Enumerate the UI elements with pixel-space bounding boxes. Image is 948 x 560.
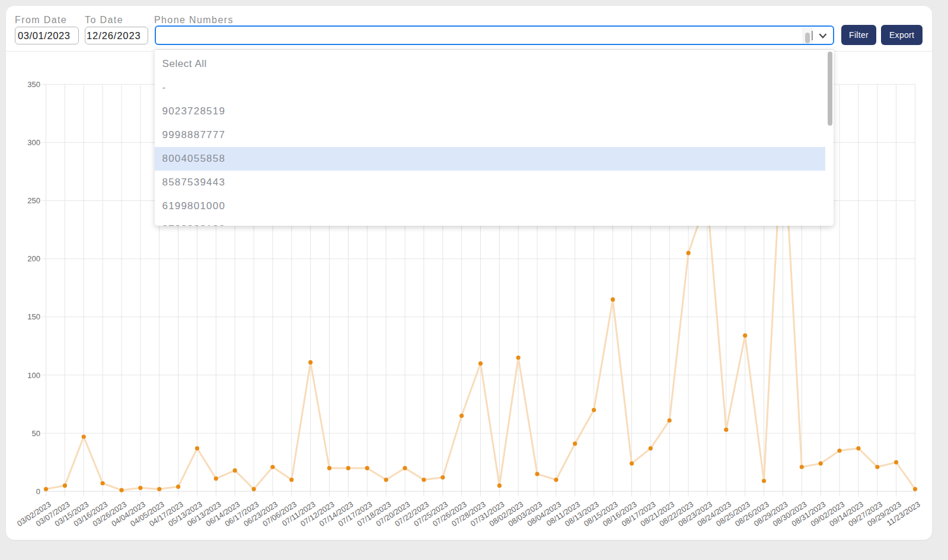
svg-text:300: 300 (27, 138, 40, 147)
svg-text:250: 250 (27, 196, 40, 205)
svg-text:100: 100 (27, 371, 40, 380)
svg-text:50: 50 (32, 429, 40, 438)
svg-text:0: 0 (36, 487, 40, 496)
svg-text:150: 150 (27, 312, 40, 321)
svg-text:200: 200 (27, 254, 40, 263)
svg-text:350: 350 (27, 80, 40, 89)
